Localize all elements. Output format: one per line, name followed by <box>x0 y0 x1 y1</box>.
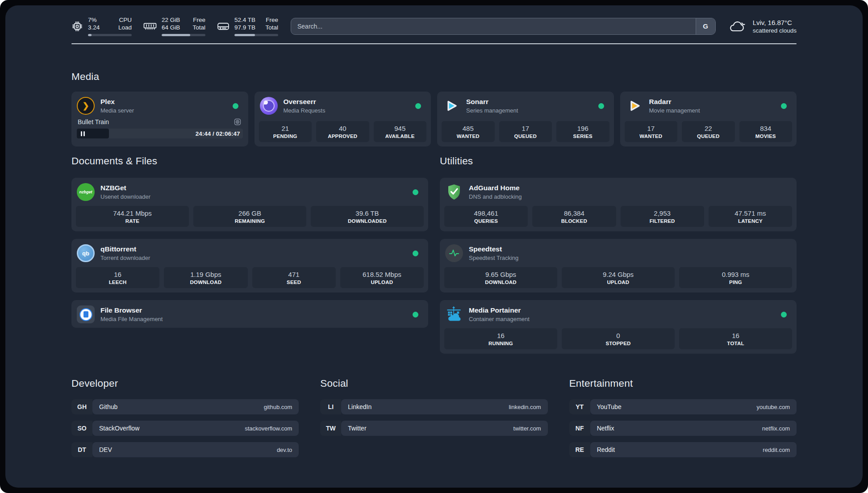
app-description: Media File Management <box>100 316 163 322</box>
app-card-overseerr[interactable]: Overseerr Media Requests 21PENDING 40APP… <box>255 92 431 146</box>
portainer-icon <box>445 305 463 323</box>
now-playing-title: Bullet Train <box>78 118 109 125</box>
app-card-portainer[interactable]: Media Portainer Container management 16R… <box>440 300 797 354</box>
weather-condition: scattered clouds <box>753 27 797 34</box>
section-title-documents: Documents & Files <box>71 155 428 167</box>
cpu-icon <box>71 21 83 32</box>
bookmark-twitter[interactable]: TW Twittertwitter.com <box>320 421 547 436</box>
search-bar[interactable]: G <box>291 18 716 35</box>
entertainment-column: Entertainment YT YouTubeyoutube.com NF N… <box>569 378 797 457</box>
bookmark-name: DEV <box>99 446 112 453</box>
bookmark-abbr: DT <box>71 442 92 457</box>
social-column: Social LI LinkedInlinkedin.com TW Twitte… <box>320 378 547 457</box>
media-session-icon[interactable] <box>234 118 241 125</box>
stat-tile: 16TOTAL <box>679 328 792 349</box>
cloud-icon <box>728 19 747 33</box>
disk-widget: 52.4 TB97.9 TB FreeTotal <box>217 16 278 36</box>
weather-location-temp: Lviv, 16.87°C <box>753 19 797 26</box>
app-description: Container management <box>469 316 530 322</box>
developer-column: Developer GH Githubgithub.com SO StackOv… <box>71 378 299 457</box>
section-title-entertainment: Entertainment <box>569 378 797 389</box>
bookmark-abbr: NF <box>569 421 590 436</box>
search-engine-button[interactable]: G <box>696 18 715 34</box>
stat-tile: 47.571 msLATENCY <box>709 206 792 227</box>
bookmark-youtube[interactable]: YT YouTubeyoutube.com <box>569 399 797 414</box>
app-card-filebrowser[interactable]: File Browser Media File Management <box>71 300 428 328</box>
app-name: File Browser <box>100 306 163 314</box>
stat-tile: 39.6 TBDOWNLOADED <box>311 206 424 227</box>
bookmark-name: LinkedIn <box>348 403 371 410</box>
bookmark-stackoverflow[interactable]: SO StackOverflowstackoverflow.com <box>71 421 299 436</box>
app-card-sonarr[interactable]: Sonarr Series management 485WANTED 17QUE… <box>437 92 614 146</box>
stat-tile: 498,461QUERIES <box>444 206 528 227</box>
app-name: Plex <box>100 98 134 106</box>
disk-icon <box>217 21 230 31</box>
system-stats-group: 7%3.24 CPULoad 22 GiB64 GiB FreeTotal <box>71 16 278 36</box>
plex-icon: ❯ <box>77 97 95 115</box>
bookmark-dev[interactable]: DT DEVdev.to <box>71 442 299 457</box>
stat-tile: 196SERIES <box>556 121 609 142</box>
speedtest-icon <box>445 244 463 262</box>
overseerr-icon <box>260 97 278 115</box>
cpu-label-1: CPU <box>118 16 132 24</box>
stat-tile: 471SEED <box>252 267 336 288</box>
filebrowser-icon <box>77 305 95 323</box>
bookmark-netflix[interactable]: NF Netflixnetflix.com <box>569 421 797 436</box>
bookmark-abbr: TW <box>320 421 341 436</box>
bookmark-name: YouTube <box>597 403 622 410</box>
cpu-label-2: Load <box>118 24 132 31</box>
status-dot <box>413 312 418 318</box>
stat-tile: 17WANTED <box>625 121 678 142</box>
section-title-utilities: Utilities <box>440 155 797 167</box>
app-name: Media Portainer <box>469 306 530 314</box>
playback-progress-bar[interactable]: 24:44 / 02:06:47 <box>77 129 243 138</box>
topbar: 7%3.24 CPULoad 22 GiB64 GiB FreeTotal <box>71 5 797 36</box>
stat-tile: 266 GBREMAINING <box>193 206 306 227</box>
memory-icon <box>143 21 157 31</box>
disk-total: 97.9 TB <box>234 24 255 31</box>
cpu-usage: 7% <box>88 16 100 24</box>
app-description: Movie management <box>649 107 700 114</box>
memory-total: 64 GiB <box>162 24 180 31</box>
bookmark-github[interactable]: GH Githubgithub.com <box>71 399 299 414</box>
bookmark-abbr: LI <box>320 399 341 414</box>
stat-tile: 17QUEUED <box>499 121 552 142</box>
app-name: NZBGet <box>100 184 150 192</box>
memory-label-1: Free <box>192 16 205 24</box>
app-card-radarr[interactable]: Radarr Movie management 17WANTED 22QUEUE… <box>620 92 797 146</box>
documents-column: Documents & Files nzbget NZBGet Usenet d… <box>71 155 428 354</box>
app-card-plex[interactable]: ❯ Plex Media server Bullet Train 24:44 /… <box>71 92 248 146</box>
bookmark-linkedin[interactable]: LI LinkedInlinkedin.com <box>320 399 547 414</box>
bookmark-reddit[interactable]: RE Redditreddit.com <box>569 442 797 457</box>
memory-free: 22 GiB <box>162 16 180 24</box>
bookmark-abbr: YT <box>569 399 590 414</box>
stat-tile: 9.65 GbpsDOWNLOAD <box>444 267 557 288</box>
app-card-adguard[interactable]: AdGuard Home DNS and adblocking 498,461Q… <box>440 178 797 231</box>
app-card-nzbget[interactable]: nzbget NZBGet Usenet downloader 744.21 M… <box>71 178 428 231</box>
app-card-speedtest[interactable]: Speedtest Speedtest Tracking 9.65 GbpsDO… <box>440 239 797 292</box>
stat-tile: 0.993 msPING <box>679 267 792 288</box>
status-dot <box>415 103 421 109</box>
disk-label-1: Free <box>265 16 278 24</box>
stat-tile: 21PENDING <box>259 121 312 142</box>
status-dot <box>413 189 418 195</box>
bookmark-name: Reddit <box>597 446 615 453</box>
app-card-qbittorrent[interactable]: qb qBittorrent Torrent downloader 16LEEC… <box>71 239 428 292</box>
stat-tile: 945AVAILABLE <box>374 121 427 142</box>
section-title-media: Media <box>71 71 797 83</box>
plex-chevron-glyph: ❯ <box>82 102 89 110</box>
cpu-load: 3.24 <box>88 24 100 31</box>
qbittorrent-icon: qb <box>77 244 95 262</box>
app-description: Usenet downloader <box>100 193 150 200</box>
stat-tile: 16LEECH <box>76 267 159 288</box>
bookmark-abbr: GH <box>71 399 92 414</box>
app-description: Media server <box>100 107 134 114</box>
bookmark-name: Netflix <box>597 425 614 432</box>
pause-icon <box>81 131 85 136</box>
bookmark-name: StackOverflow <box>99 425 139 432</box>
status-dot <box>598 103 604 109</box>
stat-tile: 0STOPPED <box>562 328 675 349</box>
search-input[interactable] <box>291 18 696 34</box>
status-dot <box>781 312 787 318</box>
stat-tile: 86,384BLOCKED <box>532 206 616 227</box>
